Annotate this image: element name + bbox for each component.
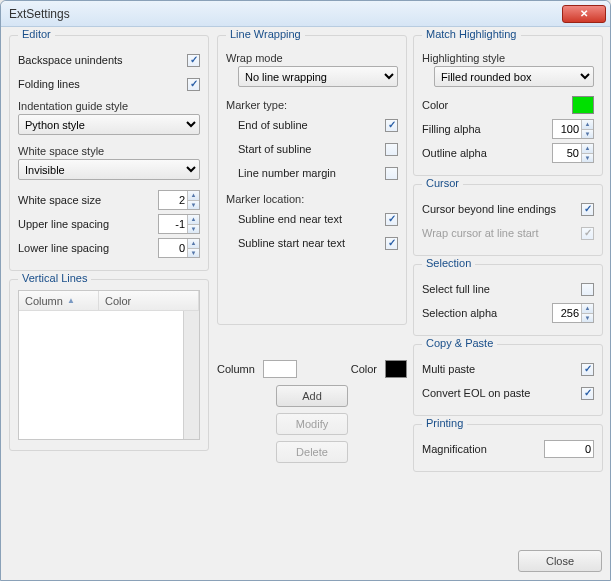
- outline-alpha-label: Outline alpha: [422, 147, 552, 159]
- editor-group-title: Editor: [18, 28, 55, 40]
- subline-end-near-checkbox[interactable]: [385, 213, 398, 226]
- selection-alpha-label: Selection alpha: [422, 307, 552, 319]
- dialog-footer: Close: [518, 550, 602, 572]
- selection-alpha-spinner[interactable]: ▲▼: [552, 303, 594, 323]
- upper-spacing-spinner[interactable]: ▲▼: [158, 214, 200, 234]
- printing-title: Printing: [422, 417, 467, 429]
- column-header-sort[interactable]: Column▲: [19, 291, 99, 310]
- linenum-margin-checkbox[interactable]: [385, 167, 398, 180]
- close-window-button[interactable]: ✕: [562, 5, 606, 23]
- modify-button[interactable]: Modify: [276, 413, 348, 435]
- marker-type-label: Marker type:: [226, 99, 398, 111]
- vlines-color-label: Color: [351, 363, 377, 375]
- spin-up-icon[interactable]: ▲: [188, 191, 199, 201]
- titlebar: ExtSettings ✕: [1, 1, 610, 27]
- list-header: Column▲ Color: [19, 291, 199, 311]
- selection-title: Selection: [422, 257, 475, 269]
- match-color-label: Color: [422, 99, 572, 111]
- wrap-mode-label: Wrap mode: [226, 52, 398, 64]
- select-full-line-checkbox[interactable]: [581, 283, 594, 296]
- vlines-color-swatch[interactable]: [385, 360, 407, 378]
- multi-paste-checkbox[interactable]: [581, 363, 594, 376]
- vertical-lines-group: Vertical Lines Column▲ Color: [9, 279, 209, 451]
- lower-spacing-input[interactable]: [159, 239, 187, 257]
- vertical-lines-list[interactable]: Column▲ Color: [18, 290, 200, 440]
- close-button[interactable]: Close: [518, 550, 602, 572]
- whitespace-size-input[interactable]: [159, 191, 187, 209]
- spin-up-icon[interactable]: ▲: [582, 144, 593, 154]
- filling-alpha-input[interactable]: [553, 120, 581, 138]
- subline-end-near-label: Subline end near text: [238, 213, 385, 225]
- whitespace-size-spinner[interactable]: ▲▼: [158, 190, 200, 210]
- spin-down-icon[interactable]: ▼: [582, 154, 593, 163]
- spin-up-icon[interactable]: ▲: [582, 120, 593, 130]
- lower-spacing-spinner[interactable]: ▲▼: [158, 238, 200, 258]
- printing-group: Printing Magnification: [413, 424, 603, 472]
- line-wrapping-group: Line Wrapping Wrap mode No line wrapping…: [217, 35, 407, 325]
- filling-alpha-spinner[interactable]: ▲▼: [552, 119, 594, 139]
- wrap-cursor-label: Wrap cursor at line start: [422, 227, 581, 239]
- subline-start-near-label: Subline start near text: [238, 237, 385, 249]
- delete-button[interactable]: Delete: [276, 441, 348, 463]
- match-color-swatch[interactable]: [572, 96, 594, 114]
- indent-guide-select[interactable]: Python style: [18, 114, 200, 135]
- whitespace-style-label: White space style: [18, 145, 200, 157]
- outline-alpha-input[interactable]: [553, 144, 581, 162]
- indent-guide-label: Indentation guide style: [18, 100, 200, 112]
- match-title: Match Highlighting: [422, 28, 521, 40]
- spin-up-icon[interactable]: ▲: [188, 239, 199, 249]
- convert-eol-checkbox[interactable]: [581, 387, 594, 400]
- end-subline-label: End of subline: [238, 119, 385, 131]
- color-header[interactable]: Color: [99, 291, 199, 310]
- start-subline-label: Start of subline: [238, 143, 385, 155]
- vertical-lines-title: Vertical Lines: [18, 272, 91, 284]
- upper-spacing-label: Upper line spacing: [18, 218, 158, 230]
- upper-spacing-input[interactable]: [159, 215, 187, 233]
- end-subline-checkbox[interactable]: [385, 119, 398, 132]
- window-title: ExtSettings: [9, 7, 562, 21]
- highlight-style-label: Highlighting style: [422, 52, 594, 64]
- spin-up-icon[interactable]: ▲: [188, 215, 199, 225]
- line-wrapping-title: Line Wrapping: [226, 28, 305, 40]
- close-icon: ✕: [580, 8, 588, 19]
- editor-group: Editor Backspace unindents Folding lines…: [9, 35, 209, 271]
- linenum-margin-label: Line number margin: [238, 167, 385, 179]
- selection-group: Selection Select full line Selection alp…: [413, 264, 603, 336]
- select-full-line-label: Select full line: [422, 283, 581, 295]
- vlines-column-label: Column: [217, 363, 255, 375]
- multi-paste-label: Multi paste: [422, 363, 581, 375]
- copy-paste-group: Copy & Paste Multi paste Convert EOL on …: [413, 344, 603, 416]
- selection-alpha-input[interactable]: [553, 304, 581, 322]
- subline-start-near-checkbox[interactable]: [385, 237, 398, 250]
- backspace-unindents-label: Backspace unindents: [18, 54, 187, 66]
- spin-down-icon[interactable]: ▼: [582, 314, 593, 323]
- list-scrollbar[interactable]: [183, 311, 199, 439]
- whitespace-style-select[interactable]: Invisible: [18, 159, 200, 180]
- spin-down-icon[interactable]: ▼: [188, 249, 199, 258]
- folding-lines-label: Folding lines: [18, 78, 187, 90]
- start-subline-checkbox[interactable]: [385, 143, 398, 156]
- wrap-mode-select[interactable]: No line wrapping: [238, 66, 398, 87]
- magnification-input[interactable]: [544, 440, 594, 458]
- convert-eol-label: Convert EOL on paste: [422, 387, 581, 399]
- magnification-label: Magnification: [422, 443, 544, 455]
- spin-up-icon[interactable]: ▲: [582, 304, 593, 314]
- filling-alpha-label: Filling alpha: [422, 123, 552, 135]
- cursor-beyond-label: Cursor beyond line endings: [422, 203, 581, 215]
- marker-loc-label: Marker location:: [226, 193, 398, 205]
- folding-lines-checkbox[interactable]: [187, 78, 200, 91]
- spin-down-icon[interactable]: ▼: [582, 130, 593, 139]
- outline-alpha-spinner[interactable]: ▲▼: [552, 143, 594, 163]
- add-button[interactable]: Add: [276, 385, 348, 407]
- spin-down-icon[interactable]: ▼: [188, 225, 199, 234]
- settings-dialog: ExtSettings ✕ Editor Backspace unindents…: [0, 0, 611, 581]
- vlines-column-input[interactable]: [263, 360, 297, 378]
- spin-down-icon[interactable]: ▼: [188, 201, 199, 210]
- lower-spacing-label: Lower line spacing: [18, 242, 158, 254]
- cursor-title: Cursor: [422, 177, 463, 189]
- backspace-unindents-checkbox[interactable]: [187, 54, 200, 67]
- cursor-group: Cursor Cursor beyond line endings Wrap c…: [413, 184, 603, 256]
- highlight-style-select[interactable]: Filled rounded box: [434, 66, 594, 87]
- cursor-beyond-checkbox[interactable]: [581, 203, 594, 216]
- sort-asc-icon: ▲: [67, 296, 75, 305]
